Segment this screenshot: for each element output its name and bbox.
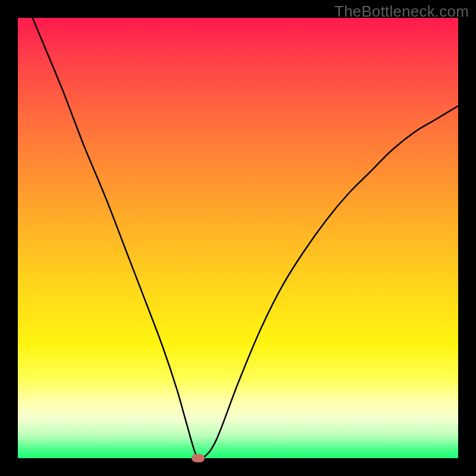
plot-area [18,18,458,458]
chart-frame: TheBottleneck.com [0,0,476,476]
curve-svg [18,18,458,458]
bottleneck-curve-path [18,18,458,458]
min-marker [192,454,205,462]
